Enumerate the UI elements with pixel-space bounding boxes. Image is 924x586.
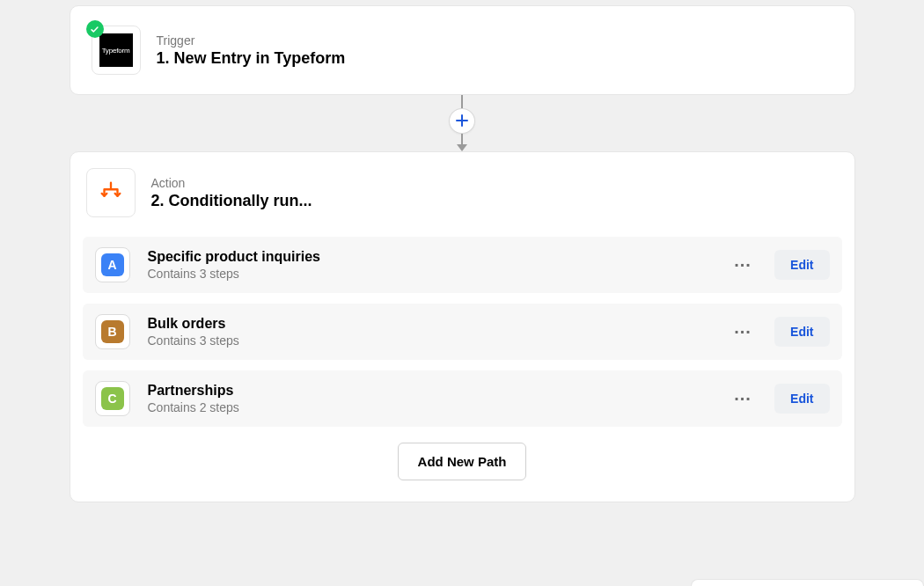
add-step-button[interactable]	[449, 108, 475, 134]
path-title: Partnerships	[148, 383, 712, 399]
paths-icon-wrap	[86, 168, 136, 217]
more-options-icon[interactable]: ···	[729, 322, 757, 342]
step-connector	[70, 95, 855, 151]
more-options-icon[interactable]: ···	[729, 389, 757, 409]
edit-path-button[interactable]: Edit	[774, 317, 829, 347]
edit-path-button[interactable]: Edit	[774, 384, 829, 414]
action-label: Action	[151, 176, 312, 190]
more-options-icon[interactable]: ···	[729, 255, 757, 275]
success-check-icon	[86, 20, 104, 38]
action-header: Action 2. Conditionally run...	[83, 168, 842, 217]
path-letter-badge: B	[101, 320, 124, 343]
path-subtitle: Contains 3 steps	[148, 267, 712, 281]
edit-path-button[interactable]: Edit	[774, 250, 829, 280]
path-row[interactable]: C Partnerships Contains 2 steps ··· Edit	[83, 370, 842, 427]
arrow-down-icon	[457, 144, 467, 151]
plus-icon	[455, 114, 469, 128]
paths-icon	[98, 179, 124, 206]
add-path-wrap: Add New Path	[83, 443, 842, 480]
path-title: Bulk orders	[148, 316, 712, 332]
trigger-text: Trigger 1. New Entry in Typeform	[157, 33, 346, 68]
workflow-canvas: Typeform Trigger 1. New Entry in Typefor…	[0, 0, 924, 502]
path-info: Bulk orders Contains 3 steps	[148, 316, 712, 348]
path-subtitle: Contains 3 steps	[148, 333, 712, 348]
trigger-step-card[interactable]: Typeform Trigger 1. New Entry in Typefor…	[70, 5, 855, 95]
trigger-label: Trigger	[157, 33, 346, 48]
add-new-path-button[interactable]: Add New Path	[398, 443, 527, 480]
action-title: 2. Conditionally run...	[151, 192, 312, 210]
trigger-app-icon-wrap: Typeform	[92, 26, 141, 75]
path-letter-box: A	[95, 247, 130, 282]
path-info: Partnerships Contains 2 steps	[148, 383, 712, 414]
path-info: Specific product inquiries Contains 3 st…	[148, 249, 712, 281]
path-row[interactable]: A Specific product inquiries Contains 3 …	[83, 237, 842, 293]
path-row[interactable]: B Bulk orders Contains 3 steps ··· Edit	[83, 304, 842, 360]
path-letter-badge: A	[101, 253, 124, 276]
path-letter-box: B	[95, 314, 130, 349]
path-letter-badge: C	[101, 387, 124, 410]
path-title: Specific product inquiries	[148, 249, 712, 265]
trigger-title: 1. New Entry in Typeform	[157, 49, 346, 68]
minimized-panel[interactable]	[691, 579, 924, 586]
path-subtitle: Contains 2 steps	[148, 400, 712, 414]
typeform-app-icon: Typeform	[99, 33, 133, 67]
path-letter-box: C	[95, 381, 130, 416]
connector-line	[461, 134, 463, 144]
connector-line	[461, 95, 463, 108]
action-text: Action 2. Conditionally run...	[151, 176, 312, 210]
action-step-card[interactable]: Action 2. Conditionally run... A Specifi…	[70, 151, 855, 502]
